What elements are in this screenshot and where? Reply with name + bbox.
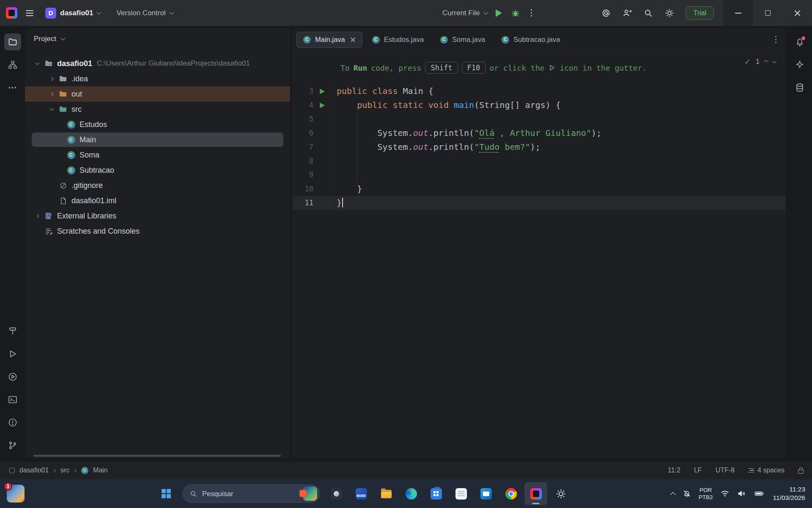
minimize-button[interactable] [723,0,753,26]
tree-item-scratches[interactable]: Scratches and Consoles [25,224,290,239]
notifications-button[interactable] [791,33,808,50]
code-line-8[interactable]: 8 [292,154,786,168]
code-line-10[interactable]: 10 } [292,182,786,196]
code-line-3[interactable]: 3public class Main { [292,84,786,98]
code-line-5[interactable]: 5 [292,112,786,126]
run-configuration-selector[interactable]: Current File [442,9,487,17]
project-widget[interactable]: D dasafio01 [42,5,104,21]
wifi-button[interactable] [716,486,733,501]
code-line-11[interactable]: 11} [292,196,786,210]
problems-tool-button[interactable] [4,414,21,431]
breadcrumb-file[interactable]: Main [93,467,108,474]
services-tool-button[interactable] [4,368,21,385]
clock-widget[interactable]: 11:23 11/03/2026 [773,485,805,502]
line-number[interactable]: 11 [292,196,313,210]
more-run-options-button[interactable] [529,8,534,19]
git-tool-button[interactable] [4,437,21,454]
indent-widget[interactable]: 4 spaces [748,467,785,474]
cursor-position-widget[interactable]: 11:2 [668,467,680,474]
search-highlight-thumbnail[interactable] [303,486,317,501]
main-menu-button[interactable] [23,8,36,19]
tree-item-iml-file[interactable]: dasafio01.iml [25,193,290,208]
taskbar-app-explorer[interactable] [375,482,398,505]
widgets-button[interactable]: 1 [7,485,25,503]
language-indicator[interactable]: POR PTB2 [699,486,713,501]
tab-main-java[interactable]: C Main.java [296,32,362,48]
taskbar-app-dark[interactable] [325,482,348,505]
tab-subtracao-java[interactable]: C Subtracao.java [495,32,567,48]
tab-estudos-java[interactable]: C Estudos.java [365,32,431,48]
chevron-right-icon[interactable] [47,77,55,80]
debug-button[interactable] [510,8,521,18]
structure-tool-button[interactable] [4,56,21,73]
tree-item-external-libraries[interactable]: External Libraries [25,208,290,224]
read-only-lock-icon[interactable] [798,469,804,474]
line-number[interactable]: 6 [292,126,313,140]
line-number[interactable]: 7 [292,140,313,154]
code-line-9[interactable]: 9 [292,168,786,182]
show-hidden-icons-button[interactable] [667,489,678,498]
tab-soma-java[interactable]: C Soma.java [433,32,492,48]
encoding-widget[interactable]: UTF-8 [716,467,735,474]
code-line-4[interactable]: 4 public static void main(String[] args)… [292,98,786,112]
tree-item-dasafio01-root[interactable]: dasafio01 C:\Users\Arthur Giuliano\IdeaP… [25,56,290,71]
tree-item-idea-folder[interactable]: .idea [25,71,290,86]
line-number[interactable]: 4 [292,98,313,112]
chevron-down-icon[interactable] [47,108,55,111]
run-line-icon[interactable] [313,98,330,112]
tree-item-out-folder[interactable]: out [25,86,290,102]
code-line-6[interactable]: 6 System.out.println("Olá , Arthur Giuli… [292,126,786,140]
ai-assistant-tool-button[interactable] [791,56,808,73]
line-separator-widget[interactable]: LF [694,467,702,474]
tree-item-main-class[interactable]: C Main [25,132,290,147]
taskbar-app-document[interactable] [450,482,472,505]
more-tool-windows-button[interactable] [4,79,21,96]
run-line-icon[interactable] [313,84,330,98]
chevron-right-icon[interactable] [47,93,55,96]
previous-problem-chevron-icon[interactable] [764,60,768,64]
settings-gear-icon[interactable] [664,8,675,18]
search-box[interactable]: Pesquisar [182,484,320,503]
volume-button[interactable] [733,486,750,501]
taskbar-app-settings[interactable] [549,482,572,505]
line-number[interactable]: 5 [292,112,313,126]
close-button[interactable] [782,0,812,26]
project-panel-header[interactable]: Project [25,28,290,47]
tree-item-soma-class[interactable]: C Soma [25,147,290,163]
tree-item-src-folder[interactable]: src [25,102,290,117]
taskbar-app-outlook[interactable] [475,482,497,505]
line-number[interactable]: 10 [292,182,313,196]
ai-assistant-icon[interactable] [601,8,611,18]
horizontal-scrollbar-thumb[interactable] [33,455,281,457]
line-number[interactable]: 9 [292,168,313,182]
taskbar-app-store[interactable] [425,482,447,505]
code-with-me-icon[interactable] [622,8,632,18]
taskbar-app-intellij[interactable] [524,482,547,505]
code-editor[interactable]: To Run code, press Shift F10 or click th… [292,51,786,458]
chevron-down-icon[interactable] [33,62,41,65]
start-button[interactable] [155,482,178,505]
do-not-disturb-button[interactable] [678,486,695,501]
trial-badge[interactable]: Trial [686,6,714,20]
breadcrumb-project[interactable]: dasafio01 [19,467,49,474]
tab-options-button[interactable] [774,34,779,45]
tree-item-subtracao-class[interactable]: C Subtracao [25,163,290,178]
database-tool-button[interactable] [791,79,808,96]
build-tool-button[interactable] [4,323,21,340]
run-tool-button[interactable] [4,345,21,362]
terminal-tool-button[interactable] [4,391,21,408]
taskbar-app-chrome[interactable] [499,482,522,505]
taskbar-app-edge[interactable] [400,482,422,505]
code-line-7[interactable]: 7 System.out.println("Tudo bem?"); [292,140,786,154]
inspections-widget[interactable]: ✓ 1 [744,57,776,66]
search-everywhere-icon[interactable] [643,8,653,18]
run-button[interactable] [496,9,502,17]
close-tab-icon[interactable] [350,37,356,42]
line-number[interactable]: 8 [292,154,313,168]
tree-item-estudos-class[interactable]: C Estudos [25,117,290,132]
project-tool-button[interactable] [4,33,21,50]
version-control-widget[interactable]: Version Control [116,9,173,17]
line-number[interactable]: 3 [292,84,313,98]
battery-button[interactable] [750,486,768,501]
tree-item-gitignore[interactable]: .gitignore [25,178,290,193]
